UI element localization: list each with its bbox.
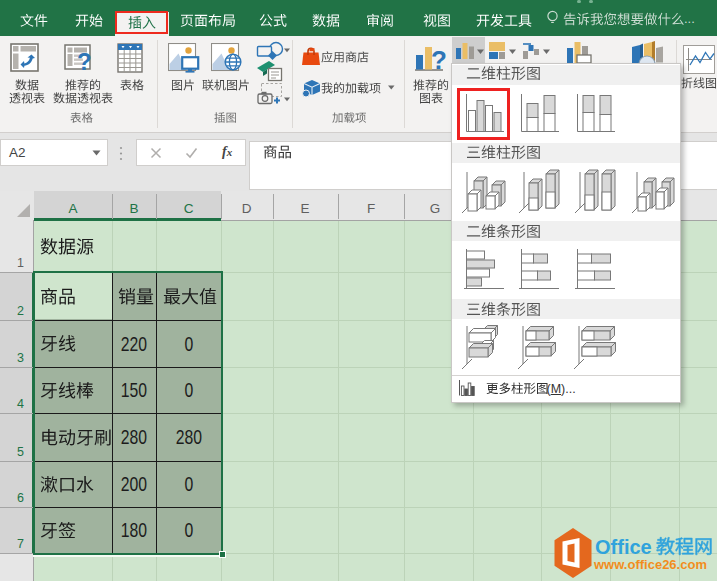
svg-text:?: ? — [431, 45, 447, 75]
svg-text:?: ? — [77, 48, 92, 75]
